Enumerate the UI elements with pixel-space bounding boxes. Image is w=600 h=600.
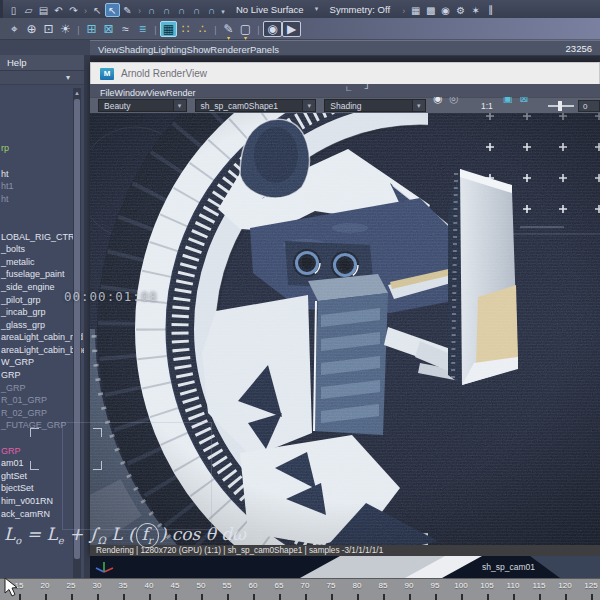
display-mode-dropdown[interactable]: Shading ▾ bbox=[324, 99, 425, 112]
menu-shading[interactable]: Shading bbox=[118, 44, 153, 55]
outliner-item[interactable] bbox=[0, 105, 84, 118]
separator[interactable]: | bbox=[254, 22, 263, 38]
timeline-frame-cell[interactable]: 45 bbox=[162, 579, 188, 600]
outliner-item[interactable]: _glass_grp bbox=[0, 319, 84, 332]
menu-view[interactable]: View bbox=[98, 44, 118, 55]
snap-to-curve-icon[interactable]: ∩ bbox=[159, 3, 174, 17]
maya-viewport[interactable]: sh_sp_cam01 bbox=[90, 556, 600, 578]
arnold-menu-render[interactable]: Render bbox=[166, 88, 196, 98]
outliner-item[interactable]: W_GRP bbox=[0, 356, 84, 369]
lasso-select-tool-icon[interactable]: ↖ bbox=[105, 3, 120, 17]
create-projection-icon[interactable]: ⊡ bbox=[40, 21, 57, 37]
time-slider[interactable]: 15 20 25 30 35 40 bbox=[0, 578, 600, 600]
snap-to-plane-icon[interactable]: ∩ bbox=[189, 3, 204, 17]
exposure-slider[interactable] bbox=[548, 99, 574, 113]
chevron-down-icon[interactable]: ▾ bbox=[302, 100, 315, 111]
timeline-frame-cell[interactable]: 30 bbox=[84, 579, 110, 600]
timeline-frame-cell[interactable]: 55 bbox=[214, 579, 240, 600]
chevron-down-icon[interactable]: ▾ bbox=[173, 100, 186, 111]
timeline-frame-cell[interactable]: 75 bbox=[318, 579, 344, 600]
paint-marker-icon[interactable]: ✎ bbox=[220, 21, 237, 37]
ipr-render-icon[interactable]: ◉ bbox=[438, 4, 453, 18]
slider-handle[interactable] bbox=[558, 101, 562, 111]
render-view-icon[interactable]: ▦ bbox=[408, 4, 423, 18]
timeline-frame-cell[interactable]: 60 bbox=[240, 579, 266, 600]
timeline-frame-cell[interactable]: 95 bbox=[422, 579, 448, 600]
render-current-frame-icon[interactable]: ▩ bbox=[423, 4, 438, 18]
outliner-item[interactable]: _incab_grp bbox=[0, 306, 84, 319]
measure-tool-icon[interactable]: ⌖ bbox=[6, 21, 23, 37]
curve-tool-icon[interactable]: ≈ bbox=[117, 21, 134, 37]
poly-cube-options-icon[interactable]: ⊠ bbox=[100, 21, 117, 37]
arnold-menu-view[interactable]: View bbox=[147, 88, 166, 98]
snap-to-point-icon[interactable]: ∩ bbox=[174, 3, 189, 17]
separator[interactable]: | bbox=[74, 22, 83, 38]
outliner-item[interactable]: R_01_GRP bbox=[0, 394, 84, 407]
outliner-item[interactable] bbox=[0, 92, 84, 105]
timeline-frame-cell[interactable]: 85 bbox=[370, 579, 396, 600]
arnold-menu-file[interactable]: File bbox=[100, 88, 115, 98]
timeline-frame-cell[interactable]: 115 bbox=[526, 579, 552, 600]
timeline-frame-cell[interactable]: 125 bbox=[578, 579, 600, 600]
paint-select-tool-icon[interactable]: ✎ bbox=[120, 3, 135, 17]
redo-icon[interactable]: ↷ bbox=[66, 3, 81, 17]
outliner-item[interactable]: LOBAL_RIG_CTRL bbox=[0, 231, 84, 244]
poly-cube-create-icon[interactable]: ⊞ bbox=[83, 21, 100, 37]
outliner-item[interactable] bbox=[0, 155, 84, 168]
zoom-ratio-label[interactable]: 1:1 bbox=[478, 101, 496, 111]
outliner-item[interactable]: R_02_GRP bbox=[0, 407, 84, 420]
outliner-help-menu[interactable]: Help bbox=[7, 57, 27, 68]
layers-icon[interactable]: ≡ bbox=[134, 21, 151, 37]
outliner-item[interactable]: _metalic bbox=[0, 256, 84, 269]
menu-panels[interactable]: Panels bbox=[250, 44, 279, 55]
outliner-item[interactable]: ht bbox=[0, 193, 84, 206]
timeline-frame-cell[interactable]: 35 bbox=[110, 579, 136, 600]
snap-to-mesh-icon[interactable]: ∩ bbox=[204, 3, 219, 17]
undo-icon[interactable]: ↶ bbox=[51, 3, 66, 17]
outliner-item[interactable]: _fuselage_paint bbox=[0, 268, 84, 281]
timeline-frame-cell[interactable]: 120 bbox=[552, 579, 578, 600]
pause-ipr-icon[interactable]: ∥ bbox=[484, 4, 497, 15]
file-open-icon[interactable]: ▱ bbox=[21, 3, 36, 17]
symmetry-field[interactable]: Symmetry: Off bbox=[322, 4, 399, 15]
camera-dropdown[interactable]: sh_sp_cam0Shape1 ▾ bbox=[195, 99, 317, 112]
timeline-frame-cell[interactable]: 40 bbox=[136, 579, 162, 600]
aov-dropdown[interactable]: Beauty ▾ bbox=[98, 99, 187, 112]
create-sphere-icon[interactable]: ⊕ bbox=[23, 21, 40, 37]
scatter-delete-icon[interactable]: ∴ bbox=[194, 21, 211, 37]
playblast-view-icon[interactable]: ◉ bbox=[263, 21, 282, 37]
chevron-down-icon[interactable]: ▾ bbox=[66, 73, 70, 82]
render-sequence-icon[interactable]: ✶ bbox=[468, 4, 483, 18]
outliner-item[interactable] bbox=[0, 117, 84, 130]
outliner-item[interactable]: rp bbox=[0, 142, 84, 155]
outliner-item[interactable]: _GRP bbox=[0, 382, 84, 395]
render-settings-icon[interactable]: ⚙ bbox=[453, 4, 468, 18]
exposure-value-field[interactable]: 0 bbox=[578, 100, 600, 112]
outliner-item[interactable]: ht bbox=[0, 168, 84, 181]
timeline-frame-cell[interactable]: 80 bbox=[344, 579, 370, 600]
file-new-icon[interactable]: ▯ bbox=[6, 3, 21, 17]
snap-to-grid-icon[interactable]: ∩ bbox=[144, 3, 159, 17]
timeline-frame-cell[interactable]: 50 bbox=[188, 579, 214, 600]
outliner-item[interactable]: areaLight_cabin_red bbox=[0, 331, 84, 344]
timeline-frame-cell[interactable]: 90 bbox=[396, 579, 422, 600]
chevron-down-icon[interactable]: ▾ bbox=[412, 100, 425, 111]
selection-mask-icon[interactable]: ▢ bbox=[237, 21, 254, 37]
menu-show[interactable]: Show bbox=[187, 44, 211, 55]
separator[interactable]: › bbox=[399, 4, 408, 18]
separator[interactable]: | bbox=[211, 22, 220, 38]
outliner-item[interactable] bbox=[0, 205, 84, 218]
scroll-up-icon[interactable]: ▲ bbox=[73, 88, 81, 98]
live-surface-field[interactable]: No Live Surface bbox=[228, 4, 312, 15]
separator[interactable]: › bbox=[81, 4, 90, 18]
timeline-frame-cell[interactable]: 110 bbox=[500, 579, 526, 600]
snap-options-caret-icon[interactable]: ▾ bbox=[219, 5, 227, 19]
scatter-rotate-icon[interactable]: ∷ bbox=[177, 21, 194, 37]
outliner-item[interactable] bbox=[0, 218, 84, 231]
outliner-item[interactable]: GRP bbox=[0, 369, 84, 382]
separator[interactable]: | bbox=[151, 22, 160, 38]
timeline-frame-cell[interactable]: 100 bbox=[448, 579, 474, 600]
menu-renderer[interactable]: Renderer bbox=[210, 44, 250, 55]
outliner-item[interactable] bbox=[0, 130, 84, 143]
playblast-play-icon[interactable]: ▶ bbox=[282, 21, 301, 37]
